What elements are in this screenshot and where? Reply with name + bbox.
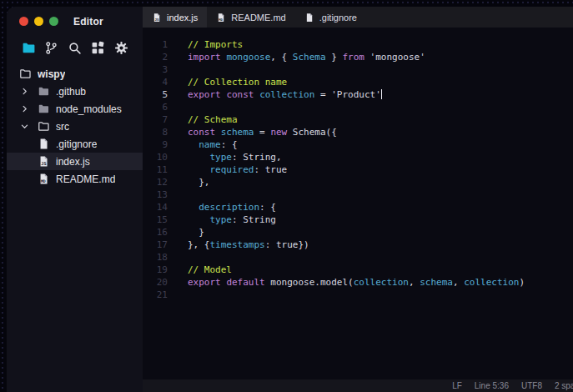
line-number: 10 xyxy=(143,151,168,163)
code-line-content: // Imports xyxy=(168,38,243,51)
code-line-16: 16 } xyxy=(143,226,573,239)
folder-closed-icon xyxy=(37,85,50,98)
file-explorer: wispy .githubnode_modulessrc.gitignoreJS… xyxy=(7,65,143,188)
line-number: 11 xyxy=(143,163,168,176)
file-icon xyxy=(37,138,50,151)
code-line-9: 9 name: { xyxy=(143,138,573,151)
extensions-icon[interactable] xyxy=(90,40,105,55)
tab-label: .gitignore xyxy=(319,13,357,23)
code-line-3: 3 xyxy=(143,63,573,76)
code-line-content: name: { xyxy=(168,138,238,151)
line-number: 20 xyxy=(143,276,168,289)
code-line-content xyxy=(168,188,188,201)
code-editor[interactable]: 1// Imports2import mongoose, { Schema } … xyxy=(143,28,573,379)
status-bar: LFLine 5:36UTF82 spaces xyxy=(143,379,573,392)
code-line-content: }, xyxy=(168,176,210,188)
tab-index.js[interactable]: JSindex.js xyxy=(143,7,207,28)
line-number: 16 xyxy=(143,226,168,239)
line-number: 2 xyxy=(143,51,168,63)
code-line-13: 13 xyxy=(143,188,573,201)
line-number: 14 xyxy=(143,201,168,214)
folder-closed-icon xyxy=(37,103,50,116)
code-line-content: required: true xyxy=(168,163,287,176)
code-line-20: 20export default mongoose.model(collecti… xyxy=(143,276,573,289)
code-line-6: 6 xyxy=(143,101,573,113)
tree-item-index.js[interactable]: JSindex.js xyxy=(7,153,143,170)
explorer-root-folder[interactable]: wispy xyxy=(7,65,143,83)
indent-spacer xyxy=(20,173,37,185)
folder-icon[interactable] xyxy=(21,40,36,55)
maximize-window-button[interactable] xyxy=(49,17,58,26)
tab-label: README.md xyxy=(231,13,285,23)
tab-bar: JSindex.jsMDREADME.md.gitignore xyxy=(143,7,573,28)
code-line-11: 11 required: true xyxy=(143,163,573,176)
activity-bar xyxy=(7,37,143,58)
code-line-12: 12 }, xyxy=(143,176,573,188)
code-line-content: type: String, xyxy=(168,151,282,163)
line-number: 19 xyxy=(143,264,168,276)
status-cursor-position[interactable]: Line 5:36 xyxy=(475,381,509,390)
chevron-right-icon xyxy=(20,103,37,115)
sidebar: Editor wispy .githubnode_modulessrc.giti… xyxy=(7,7,143,392)
text-cursor xyxy=(381,89,383,99)
folder-open-icon xyxy=(37,120,50,133)
tree-item-node_modules[interactable]: node_modules xyxy=(7,100,143,118)
code-line-1: 1// Imports xyxy=(143,38,573,51)
code-line-content: // Schema xyxy=(168,113,238,126)
status-indentation[interactable]: 2 spaces xyxy=(555,381,573,390)
tree-item-.gitignore[interactable]: .gitignore xyxy=(7,135,143,153)
search-icon[interactable] xyxy=(68,40,83,55)
file-md-icon: MD xyxy=(216,13,226,23)
desktop: { "window": { "title": "Editor" }, "traf… xyxy=(0,0,573,392)
code-line-content: // Collection name xyxy=(168,76,287,88)
svg-text:JS: JS xyxy=(154,17,159,21)
svg-text:MD: MD xyxy=(219,17,223,21)
line-number: 12 xyxy=(143,176,168,188)
code-line-content: } xyxy=(168,226,204,239)
line-number: 15 xyxy=(143,214,168,226)
file-md-icon: MD xyxy=(37,173,50,186)
svg-text:JS: JS xyxy=(41,161,46,166)
gear-icon[interactable] xyxy=(113,40,128,55)
code-line-content: // Model xyxy=(168,264,232,276)
tree-item-README.md[interactable]: MDREADME.md xyxy=(7,170,143,188)
indent-spacer xyxy=(20,138,37,150)
code-line-18: 18 xyxy=(143,251,573,264)
status-eol[interactable]: LF xyxy=(452,381,462,390)
window-title: Editor xyxy=(73,16,103,28)
code-line-7: 7// Schema xyxy=(143,113,573,126)
status-encoding[interactable]: UTF8 xyxy=(521,381,542,390)
code-line-8: 8const schema = new Schema({ xyxy=(143,126,573,138)
line-number: 9 xyxy=(143,138,168,151)
code-line-content: }, {timestamps: true}) xyxy=(168,239,309,251)
code-line-17: 17}, {timestamps: true}) xyxy=(143,239,573,251)
code-line-21: 21 xyxy=(143,289,573,301)
folder-open-icon xyxy=(18,68,32,81)
code-line-content: type: String xyxy=(168,214,276,226)
code-line-19: 19// Model xyxy=(143,264,573,276)
code-line-content: export default mongoose.model(collection… xyxy=(168,276,525,289)
line-number: 7 xyxy=(143,113,168,126)
line-number: 8 xyxy=(143,126,168,138)
minimize-window-button[interactable] xyxy=(34,17,43,26)
tree-item-label: src xyxy=(56,121,69,133)
tab-README.md[interactable]: MDREADME.md xyxy=(207,7,294,28)
tree-item-label: README.md xyxy=(56,173,115,185)
git-branch-icon[interactable] xyxy=(44,40,59,55)
line-number: 17 xyxy=(143,239,168,251)
tree-item-.github[interactable]: .github xyxy=(7,83,143,100)
file-js-icon: JS xyxy=(152,13,162,23)
chevron-right-icon xyxy=(20,86,37,98)
line-number: 21 xyxy=(143,289,168,301)
tree-item-label: .gitignore xyxy=(56,138,97,150)
line-number: 3 xyxy=(143,63,168,76)
tab-.gitignore[interactable]: .gitignore xyxy=(295,7,366,28)
line-number: 5 xyxy=(143,88,168,101)
code-line-10: 10 type: String, xyxy=(143,151,573,163)
tree-item-label: .github xyxy=(56,86,86,98)
close-window-button[interactable] xyxy=(19,17,28,26)
file-icon xyxy=(304,13,314,23)
file-js-icon: JS xyxy=(37,155,50,168)
line-number: 6 xyxy=(143,101,168,113)
tree-item-src[interactable]: src xyxy=(7,118,143,135)
